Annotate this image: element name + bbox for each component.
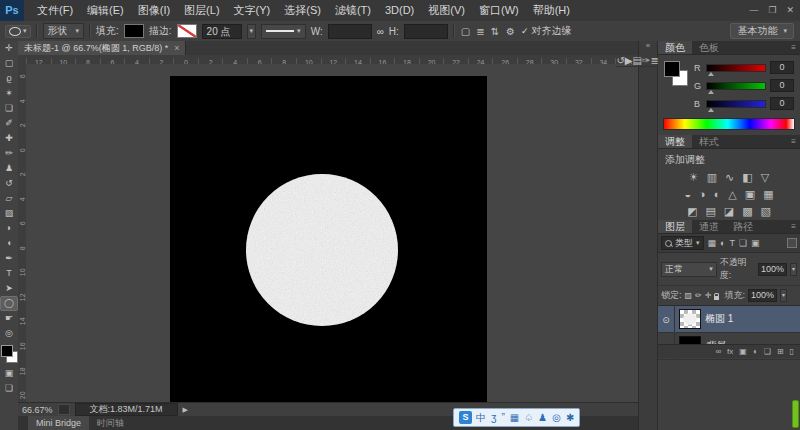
path-selection-tool[interactable]: ➤ xyxy=(1,281,17,296)
levels-icon[interactable]: ▥ xyxy=(707,171,717,184)
selective-color-icon[interactable]: ▧ xyxy=(761,205,771,218)
layer-row-ellipse[interactable]: ⊙ 椭圆 1 xyxy=(658,306,800,333)
eraser-tool[interactable]: ▱ xyxy=(1,191,17,206)
ime-settings-icon[interactable]: ✱ xyxy=(566,410,574,425)
channel-slider[interactable] xyxy=(706,82,766,90)
black-white-icon[interactable]: ◐ xyxy=(714,188,721,201)
document-tab[interactable]: 未标题-1 @ 66.7%(椭圆 1, RGB/8) * × xyxy=(18,41,186,55)
channel-value[interactable]: 0 xyxy=(770,79,794,92)
blur-tool[interactable]: ◗ xyxy=(1,221,17,236)
foreground-color-swatch[interactable] xyxy=(664,61,680,77)
ime-punctuation-icon[interactable]: ” xyxy=(501,410,504,425)
brush-tool[interactable]: ✏ xyxy=(1,146,17,161)
channel-slider[interactable] xyxy=(706,64,766,72)
menu-view[interactable]: 视图(V) xyxy=(421,0,472,21)
lock-all-icon[interactable] xyxy=(714,291,721,300)
slider-marker-icon[interactable] xyxy=(708,69,714,76)
close-tab-icon[interactable]: × xyxy=(174,43,179,53)
screen-mode-button[interactable]: ❏ xyxy=(1,381,17,396)
eyedropper-tool[interactable]: ✐ xyxy=(1,116,17,131)
filter-pixel-layers-icon[interactable]: ▦ xyxy=(707,238,718,248)
properties-panel-icon[interactable]: ▤ xyxy=(633,55,642,67)
path-arrangement-icon[interactable]: ⇅ xyxy=(490,26,500,37)
chevron-down-icon[interactable]: ▾ xyxy=(790,263,797,276)
canvas-area[interactable] xyxy=(26,64,640,403)
new-group-icon[interactable]: ❏ xyxy=(764,347,771,356)
restore-button[interactable]: ❐ xyxy=(768,0,776,21)
threshold-icon[interactable]: ◪ xyxy=(724,205,734,218)
menu-layer[interactable]: 图层(L) xyxy=(177,0,226,21)
path-alignment-icon[interactable]: ≣ xyxy=(475,26,485,37)
align-edges-checkbox[interactable]: ✓ 对齐边缘 xyxy=(521,24,572,38)
invert-icon[interactable]: ◩ xyxy=(687,205,697,218)
filter-type-layers-icon[interactable]: T xyxy=(728,238,736,248)
tab-channels[interactable]: 通道 xyxy=(692,220,726,233)
tab-styles[interactable]: 样式 xyxy=(692,135,726,148)
link-dimensions-icon[interactable]: ∞ xyxy=(377,26,384,37)
slider-marker-icon[interactable] xyxy=(708,87,714,94)
delete-layer-icon[interactable]: ▯ xyxy=(790,347,794,356)
menu-help[interactable]: 帮助(H) xyxy=(526,0,577,21)
channel-mixer-icon[interactable]: ▣ xyxy=(745,188,755,201)
path-operations-icon[interactable]: ▢ xyxy=(460,26,471,37)
vibrance-icon[interactable]: ▽ xyxy=(761,171,769,184)
ime-wubi-icon[interactable]: ▦ xyxy=(510,410,519,425)
tab-mini-bridge[interactable]: Mini Bridge xyxy=(28,416,89,430)
add-layer-mask-icon[interactable]: ▣ xyxy=(739,347,747,356)
hue-saturation-icon[interactable]: ◒ xyxy=(684,188,691,201)
ime-chinese-mode-icon[interactable]: 中 xyxy=(476,410,486,425)
ime-logo-icon[interactable]: S xyxy=(459,411,472,424)
lock-pixels-icon[interactable]: ✏ xyxy=(695,291,702,300)
healing-brush-tool[interactable]: ✚ xyxy=(1,131,17,146)
gradient-map-icon[interactable]: ▩ xyxy=(742,205,752,218)
workspace-switcher[interactable]: 基本功能 ▾ xyxy=(730,23,794,39)
dodge-tool[interactable]: ◖ xyxy=(1,236,17,251)
history-panel-icon[interactable]: ↺ xyxy=(616,55,624,67)
tab-layers[interactable]: 图层 xyxy=(658,220,692,233)
clone-stamp-tool[interactable]: ♟ xyxy=(1,161,17,176)
channel-slider[interactable] xyxy=(706,100,766,108)
history-brush-tool[interactable]: ↺ xyxy=(1,176,17,191)
tab-timeline[interactable]: 时间轴 xyxy=(89,416,132,430)
tool-preset-picker[interactable]: ▾ xyxy=(5,25,31,38)
layer-style-icon[interactable]: fx xyxy=(727,347,733,356)
layer-filter-type-select[interactable]: 类型 ▾ xyxy=(661,236,704,250)
slider-marker-icon[interactable] xyxy=(708,105,714,112)
menu-type[interactable]: 文字(Y) xyxy=(227,0,278,21)
expand-panels-icon[interactable]: « xyxy=(646,41,650,51)
color-spectrum-bar[interactable] xyxy=(663,118,795,130)
tool-mode-select[interactable]: 形状 ▾ xyxy=(43,23,85,39)
foreground-background-swatches[interactable] xyxy=(1,345,17,363)
menu-window[interactable]: 窗口(W) xyxy=(472,0,526,21)
menu-select[interactable]: 选择(S) xyxy=(277,0,328,21)
panel-menu-icon[interactable]: ≡ xyxy=(791,222,796,231)
minimize-button[interactable]: — xyxy=(749,0,758,21)
brightness-contrast-icon[interactable]: ☀ xyxy=(689,171,699,184)
panel-menu-icon[interactable]: ≡ xyxy=(791,137,796,146)
hand-tool[interactable]: ☛ xyxy=(1,311,17,326)
menu-filter[interactable]: 滤镜(T) xyxy=(328,0,378,21)
ime-fuzzy-icon[interactable]: ʒ xyxy=(491,410,496,425)
quick-mask-button[interactable]: ▣ xyxy=(1,366,17,381)
menu-file[interactable]: 文件(F) xyxy=(30,0,80,21)
chevron-down-icon[interactable]: ▾ xyxy=(780,289,787,302)
type-tool[interactable]: T xyxy=(1,266,17,281)
tab-color[interactable]: 颜色 xyxy=(658,41,692,54)
close-button[interactable]: ✕ xyxy=(786,0,794,21)
foreground-color-swatch[interactable] xyxy=(1,345,13,357)
tab-swatches[interactable]: 色板 xyxy=(692,41,726,54)
tab-paths[interactable]: 路径 xyxy=(726,220,760,233)
ime-search-icon[interactable]: ◎ xyxy=(552,410,561,425)
stroke-type-picker[interactable]: ▾ xyxy=(261,24,306,39)
opacity-value[interactable]: 100% xyxy=(758,263,787,276)
exposure-icon[interactable]: ◧ xyxy=(742,171,752,184)
gradient-tool[interactable]: ▨ xyxy=(1,206,17,221)
filter-toggle-button[interactable] xyxy=(787,238,797,248)
channel-value[interactable]: 0 xyxy=(770,97,794,110)
posterize-icon[interactable]: ▤ xyxy=(705,205,715,218)
marquee-tool[interactable]: ▢ xyxy=(1,56,17,71)
width-input[interactable] xyxy=(328,24,372,39)
color-lookup-icon[interactable]: ▦ xyxy=(763,188,773,201)
crop-tool[interactable]: ❏ xyxy=(1,101,17,116)
pen-tool[interactable]: ✒ xyxy=(1,251,17,266)
